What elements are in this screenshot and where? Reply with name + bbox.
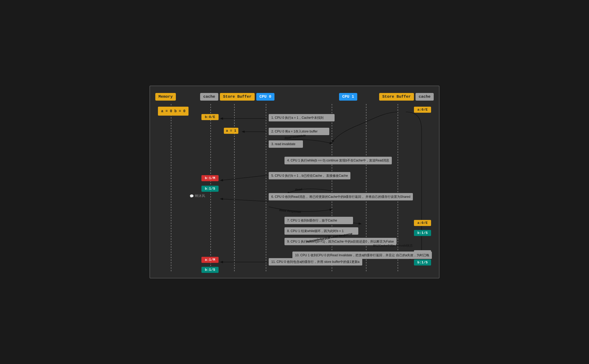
watermark-text: 蝉沐风	[195, 194, 205, 198]
step2-box: 2. CPU 0 将a = 1存入store buffer	[269, 128, 329, 135]
cache-right-header: cache	[416, 93, 434, 101]
step6-box: 6. CPU 0 收到Read消息， 将已经更新的Cache中的b缓存行返回， …	[269, 193, 413, 200]
main-area: a = 0 b = 0 b:0/E a = 1 b:1/M b:1/S a:1/…	[155, 104, 434, 273]
store-buffer-left-header: Store Buffer	[220, 93, 255, 101]
store-buffer-right-header: Store Buffer	[379, 93, 414, 101]
step10-box: 10. CPU 1 收到CPU 0 的Read Invalidate，把含a的缓…	[292, 252, 432, 259]
cache-invalid-note: 标记Cache中的a 为Invalid状态	[373, 244, 413, 248]
a0e-right-top-box: a:0/E	[414, 107, 431, 113]
step4-box: 4. CPU 1 执行while(b == 0) continue 发现b不在C…	[284, 157, 392, 164]
b1s-right-mid-box: b:1/S	[414, 230, 431, 236]
svg-line-9	[221, 175, 269, 180]
read-label: Read	[295, 188, 302, 191]
read-response-label: Read Response	[279, 208, 301, 213]
cache-left-header: cache	[200, 93, 218, 101]
step3-box: 3. read invalidate	[269, 140, 303, 148]
wechat-icon: 💬	[190, 194, 194, 198]
b1s-right-bot-box: b:1/S	[414, 259, 431, 265]
b1s-left-box: b:1/S	[201, 186, 219, 192]
step5-box: 5. CPU 0 执行b = 1，b已经在Cache， 直接修改Cache	[269, 172, 350, 179]
step1-box: 1. CPU 0 执行a = 1，Cache中未找到	[269, 114, 335, 121]
b0e-top-box: b:0/E	[201, 114, 219, 120]
step11-box: 11. CPU 0 收到包含a的缓存行，并用 store buffer中的值1更…	[269, 258, 362, 265]
watermark: 💬 蝉沐风	[190, 194, 205, 198]
diagram-container: Memory cache Store Buffer CPU 0 CPU 1 St…	[149, 86, 440, 278]
svg-line-10	[221, 199, 269, 201]
b1s-left-bot-box: b:1/S	[201, 267, 219, 273]
a1-box: a = 1	[224, 128, 238, 134]
cpu0-header: CPU 0	[256, 93, 274, 101]
a0e-right-mid-box: a:0/E	[414, 220, 431, 226]
step7-box: 7. CPU 1 收到b缓存行，放于Cache	[284, 217, 353, 224]
memory-values: a = 0 b = 0	[158, 107, 189, 116]
cpu1-header: CPU 1	[339, 93, 357, 101]
b1m-left-box: b:1/M	[201, 175, 219, 181]
a1m-left-bot-box: a:1/M	[201, 257, 219, 263]
memory-header: Memory	[155, 93, 176, 101]
